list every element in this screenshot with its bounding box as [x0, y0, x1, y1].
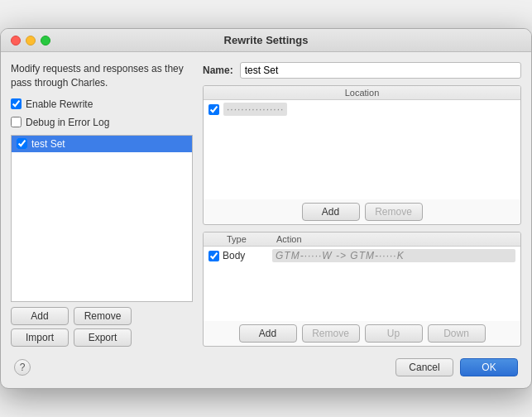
location-buttons: Add Remove	[204, 199, 520, 224]
window-title: Rewrite Settings	[224, 34, 309, 46]
description-text: Modify requests and responses as they pa…	[11, 62, 193, 90]
action-list[interactable]: Body GTM-·····W -> GTM-·····K	[204, 247, 520, 321]
ok-button[interactable]: OK	[460, 358, 518, 376]
action-buttons: Add Remove Up Down	[204, 321, 520, 346]
minimize-button[interactable]	[26, 36, 36, 46]
action-type: Body	[223, 250, 269, 261]
content-area: Modify requests and responses as they pa…	[1, 52, 531, 388]
name-input[interactable]	[240, 62, 521, 79]
action-up-button[interactable]: Up	[365, 324, 423, 343]
sets-list[interactable]: test Set	[11, 135, 193, 302]
titlebar: Rewrite Settings	[1, 29, 531, 52]
main-area: Modify requests and responses as they pa…	[11, 62, 521, 347]
location-header: Location	[204, 86, 520, 100]
action-remove-button[interactable]: Remove	[302, 324, 360, 343]
debug-row: Debug in Error Log	[11, 117, 193, 128]
left-panel: Modify requests and responses as they pa…	[11, 62, 193, 347]
col-action-header: Action	[276, 234, 515, 244]
location-add-button[interactable]: Add	[302, 203, 360, 221]
action-table-header: Type Action	[204, 232, 520, 247]
left-import-button[interactable]: Import	[11, 328, 69, 347]
sets-list-item[interactable]: test Set	[12, 136, 192, 152]
location-item[interactable]: ················	[204, 100, 520, 118]
col-check	[208, 234, 227, 244]
left-buttons: Add Remove Import Export	[11, 307, 193, 347]
action-down-button[interactable]: Down	[428, 324, 486, 343]
help-button[interactable]: ?	[14, 359, 31, 376]
left-add-button[interactable]: Add	[11, 307, 69, 325]
bottom-right-buttons: Cancel OK	[395, 358, 518, 376]
debug-label: Debug in Error Log	[26, 117, 109, 128]
add-remove-row: Add Remove	[11, 307, 193, 325]
action-item[interactable]: Body GTM-·····W -> GTM-·····K	[204, 247, 520, 265]
location-item-checkbox[interactable]	[208, 104, 219, 115]
set-item-checkbox[interactable]	[17, 138, 27, 149]
col-type-header: Type	[227, 234, 276, 244]
maximize-button[interactable]	[41, 36, 50, 46]
cancel-button[interactable]: Cancel	[395, 358, 453, 376]
action-value: GTM-·····W -> GTM-·····K	[272, 249, 515, 262]
name-label: Name:	[203, 65, 233, 76]
action-section: Type Action Body GTM-·····W -> GTM-·····…	[203, 232, 521, 347]
right-panel: Name: Location ················ Add Rem	[203, 62, 521, 347]
name-row: Name:	[203, 62, 521, 79]
main-window: Rewrite Settings Modify requests and res…	[0, 28, 532, 389]
left-remove-button[interactable]: Remove	[74, 307, 132, 325]
close-button[interactable]	[11, 36, 21, 46]
import-export-row: Import Export	[11, 328, 193, 347]
enable-rewrite-row: Enable Rewrite	[11, 98, 193, 110]
debug-checkbox[interactable]	[11, 117, 22, 127]
location-remove-button[interactable]: Remove	[365, 203, 423, 221]
action-item-checkbox[interactable]	[208, 251, 219, 261]
action-add-button[interactable]: Add	[239, 324, 297, 343]
location-url: ················	[223, 103, 287, 116]
left-export-button[interactable]: Export	[74, 328, 132, 347]
location-list[interactable]: ················	[204, 100, 520, 199]
bottom-bar: ? Cancel OK	[11, 353, 521, 378]
enable-rewrite-checkbox[interactable]	[11, 98, 22, 109]
set-item-label: test Set	[31, 138, 65, 150]
enable-rewrite-label: Enable Rewrite	[26, 98, 93, 110]
traffic-lights	[11, 36, 50, 46]
location-section: Location ················ Add Remove	[203, 85, 521, 225]
